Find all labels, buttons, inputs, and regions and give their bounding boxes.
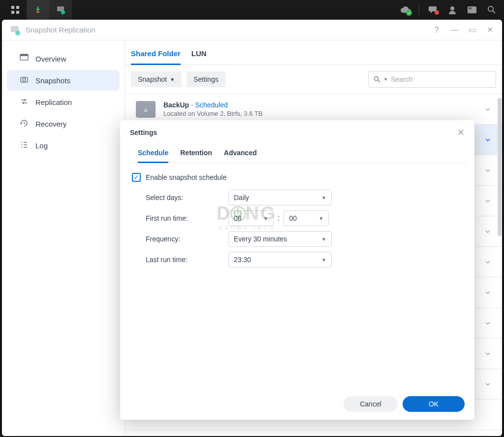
- chevron-down-icon[interactable]: [484, 320, 491, 327]
- search-box[interactable]: ▼: [368, 71, 496, 88]
- sidebar-label: Overview: [35, 55, 66, 63]
- last-run-label: Last run time:: [146, 256, 228, 264]
- caret-down-icon: ▼: [321, 257, 326, 263]
- chevron-down-icon[interactable]: [484, 350, 491, 357]
- folder-icon: [136, 101, 156, 118]
- snapshot-button-label: Snapshot: [138, 75, 167, 83]
- system-taskbar: ✓: [0, 0, 504, 20]
- svg-rect-8: [469, 7, 472, 9]
- chevron-down-icon[interactable]: [484, 106, 491, 113]
- taskbar-divider: [419, 4, 419, 15]
- sidebar-item-snapshots[interactable]: Snapshots: [7, 70, 120, 91]
- chevron-down-icon[interactable]: [484, 381, 491, 388]
- user-icon[interactable]: [444, 0, 461, 20]
- chevron-down-icon[interactable]: [484, 228, 491, 235]
- search-system-icon[interactable]: [483, 0, 500, 20]
- svg-point-15: [23, 78, 26, 81]
- help-icon[interactable]: ?: [431, 25, 442, 35]
- svg-point-6: [450, 6, 454, 10]
- settings-dialog: Settings ✕ Schedule Retention Advanced ✓…: [120, 120, 474, 420]
- caret-down-icon: ▼: [170, 77, 175, 82]
- dialog-tabs: Schedule Retention Advanced: [128, 143, 467, 163]
- first-run-hour-dropdown[interactable]: 08 ▼: [228, 210, 274, 226]
- scroll-thumb[interactable]: [498, 98, 502, 236]
- svg-rect-3: [16, 11, 19, 14]
- svg-point-5: [61, 10, 65, 14]
- maximize-icon[interactable]: ▭: [467, 25, 477, 35]
- chevron-down-icon[interactable]: [484, 167, 491, 174]
- snapshot-dropdown-button[interactable]: Snapshot ▼: [131, 71, 182, 87]
- search-icon: [374, 76, 380, 83]
- app-logo-icon: [9, 24, 21, 36]
- enable-schedule-checkbox[interactable]: ✓: [132, 173, 141, 182]
- cancel-button[interactable]: Cancel: [344, 396, 398, 412]
- tab-lun[interactable]: LUN: [191, 49, 207, 65]
- frequency-dropdown[interactable]: Every 30 minutes ▼: [228, 231, 332, 247]
- chevron-down-icon[interactable]: [484, 198, 491, 204]
- replication-icon: [20, 97, 30, 107]
- overview-icon: [20, 54, 30, 64]
- close-window-icon[interactable]: ✕: [484, 25, 495, 35]
- sidebar-item-recovery[interactable]: Recovery: [7, 113, 120, 134]
- select-days-value: Daily: [234, 194, 249, 202]
- apps-icon[interactable]: [4, 0, 27, 20]
- svg-point-9: [488, 6, 493, 11]
- settings-button[interactable]: Settings: [187, 71, 225, 87]
- close-icon[interactable]: ✕: [457, 127, 465, 138]
- snapshot-app-icon[interactable]: [49, 0, 72, 20]
- select-days-label: Select days:: [146, 194, 228, 202]
- sidebar-label: Log: [35, 141, 48, 150]
- first-run-min-dropdown[interactable]: 00 ▼: [284, 210, 329, 226]
- dialog-footer: Cancel OK: [120, 390, 474, 420]
- download-icon[interactable]: [27, 0, 49, 20]
- sidebar-item-overview[interactable]: Overview: [7, 48, 120, 69]
- cloud-icon[interactable]: ✓: [397, 0, 414, 20]
- caret-down-icon: ▼: [263, 216, 268, 221]
- content-tabs: Shared Folder LUN: [125, 40, 502, 65]
- dialog-title: Settings: [130, 129, 157, 136]
- chevron-down-icon[interactable]: [484, 289, 491, 296]
- chevron-down-icon[interactable]: [484, 259, 491, 266]
- widgets-icon[interactable]: [464, 0, 480, 20]
- minimize-icon[interactable]: —: [449, 25, 460, 35]
- enable-schedule-label: Enable snapshot schedule: [146, 173, 226, 181]
- last-run-dropdown[interactable]: 23:30 ▼: [228, 252, 332, 268]
- caret-down-icon: ▼: [321, 195, 326, 201]
- app-titlebar: Snapshot Replication ? — ▭ ✕: [2, 20, 502, 40]
- chevron-down-icon[interactable]: [484, 136, 491, 143]
- folder-name: BackUp: [163, 101, 189, 109]
- select-days-dropdown[interactable]: Daily ▼: [228, 190, 332, 205]
- last-run-value: 23:30: [234, 256, 251, 264]
- folder-location: Located on Volume 2, Btrfs, 3.6 TB: [163, 110, 476, 117]
- sidebar: Overview Snapshots Replication Recovery …: [2, 40, 125, 436]
- toolbar: Snapshot ▼ Settings ▼: [125, 65, 502, 94]
- time-colon: :: [278, 214, 280, 223]
- sidebar-label: Snapshots: [35, 76, 70, 85]
- sidebar-item-replication[interactable]: Replication: [7, 92, 120, 112]
- svg-rect-0: [11, 6, 14, 9]
- chat-icon[interactable]: [424, 0, 441, 20]
- svg-rect-1: [16, 6, 19, 9]
- tab-schedule[interactable]: Schedule: [138, 143, 168, 163]
- first-run-min-value: 00: [289, 214, 297, 222]
- scrollbar[interactable]: [497, 94, 502, 436]
- search-input[interactable]: [391, 75, 491, 83]
- folder-status: Scheduled: [195, 101, 228, 109]
- ok-button[interactable]: OK: [403, 396, 465, 412]
- caret-down-icon: ▼: [321, 236, 326, 242]
- sidebar-item-log[interactable]: Log: [7, 135, 120, 156]
- dialog-body: ✓ Enable snapshot schedule Select days: …: [120, 163, 474, 390]
- snapshots-icon: [20, 75, 30, 85]
- frequency-label: Frequency:: [146, 235, 228, 243]
- sidebar-label: Replication: [35, 98, 72, 106]
- tab-shared-folder[interactable]: Shared Folder: [131, 49, 181, 65]
- frequency-value: Every 30 minutes: [234, 235, 287, 243]
- svg-point-11: [15, 31, 20, 35]
- cloud-ok-badge: ✓: [406, 10, 412, 16]
- search-caret-icon: ▼: [383, 77, 388, 82]
- app-title: Snapshot Replication: [26, 26, 95, 34]
- first-run-label: First run time:: [146, 214, 228, 222]
- first-run-hour-value: 08: [234, 214, 242, 222]
- tab-retention[interactable]: Retention: [180, 143, 212, 163]
- tab-advanced[interactable]: Advanced: [224, 143, 257, 163]
